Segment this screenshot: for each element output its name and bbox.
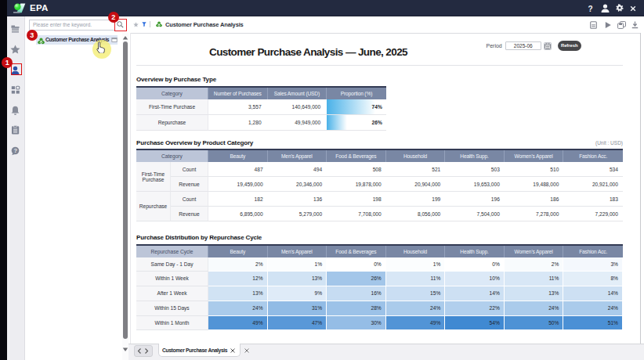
- svg-text:?: ?: [588, 5, 592, 13]
- svg-text:?: ?: [13, 147, 17, 154]
